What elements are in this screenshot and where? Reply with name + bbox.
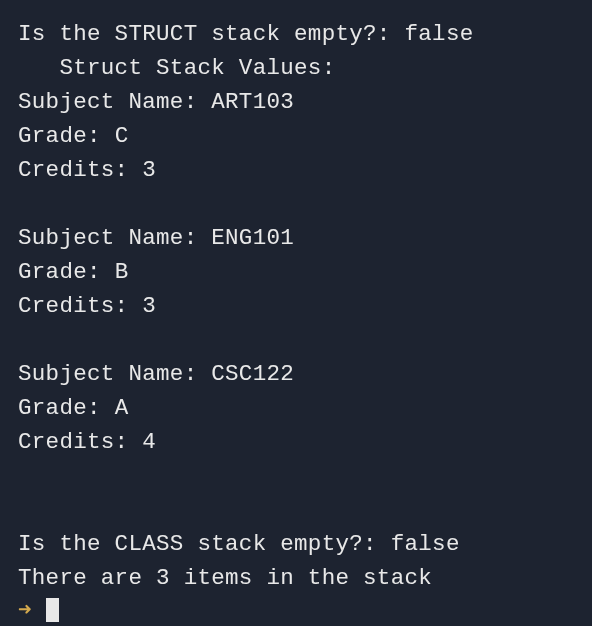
entry3-credits: Credits: 4 [18,426,592,460]
blank-line-1 [18,188,592,222]
prompt-arrow-icon: ➜ [18,598,32,624]
class-empty-line: Is the CLASS stack empty?: false [18,528,592,562]
blank-line-2 [18,324,592,358]
entry1-subject: Subject Name: ART103 [18,86,592,120]
entry2-credits: Credits: 3 [18,290,592,324]
blank-line-4 [18,494,592,528]
prompt-line[interactable]: ➜ [18,595,592,626]
subject-label: Subject Name: [18,361,211,387]
struct-empty-label: Is the STRUCT stack empty?: [18,21,404,47]
grade-value: A [115,395,129,421]
class-count-line: There are 3 items in the stack [18,562,592,596]
grade-label: Grade: [18,259,115,285]
credits-label: Credits: [18,293,142,319]
credits-value: 3 [142,157,156,183]
class-empty-value: false [391,531,460,557]
struct-empty-value: false [404,21,473,47]
credits-label: Credits: [18,429,142,455]
entry1-grade: Grade: C [18,120,592,154]
grade-label: Grade: [18,123,115,149]
credits-label: Credits: [18,157,142,183]
entry2-grade: Grade: B [18,256,592,290]
struct-empty-line: Is the STRUCT stack empty?: false [18,18,592,52]
grade-value: B [115,259,129,285]
entry3-grade: Grade: A [18,392,592,426]
class-empty-label: Is the CLASS stack empty?: [18,531,391,557]
terminal-cursor [46,598,59,622]
grade-label: Grade: [18,395,115,421]
subject-label: Subject Name: [18,225,211,251]
subject-label: Subject Name: [18,89,211,115]
struct-header: Struct Stack Values: [18,52,592,86]
subject-value: ART103 [211,89,294,115]
subject-value: ENG101 [211,225,294,251]
entry2-subject: Subject Name: ENG101 [18,222,592,256]
grade-value: C [115,123,129,149]
credits-value: 3 [142,293,156,319]
subject-value: CSC122 [211,361,294,387]
credits-value: 4 [142,429,156,455]
entry1-credits: Credits: 3 [18,154,592,188]
blank-line-3 [18,460,592,494]
entry3-subject: Subject Name: CSC122 [18,358,592,392]
